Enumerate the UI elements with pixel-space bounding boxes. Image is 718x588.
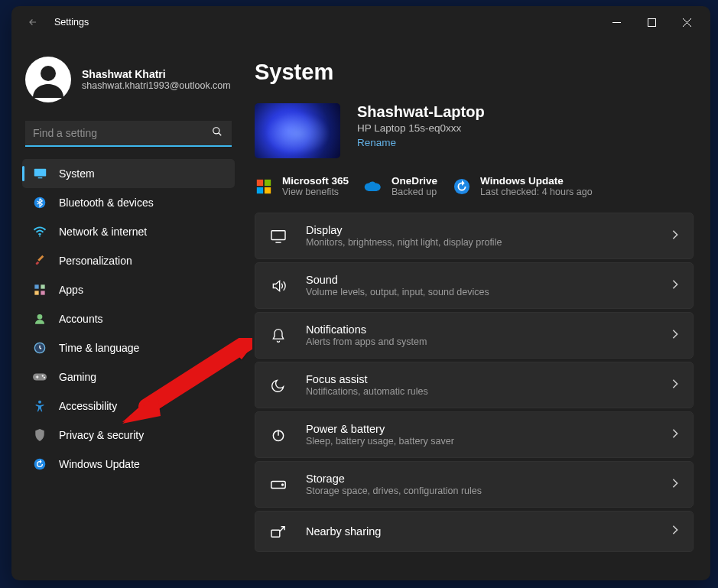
sidebar-item-update[interactable]: Windows Update (22, 450, 235, 479)
accessibility-icon (33, 399, 47, 413)
svg-rect-24 (271, 230, 285, 239)
svg-rect-8 (41, 284, 44, 288)
svg-rect-28 (271, 530, 280, 537)
device-block: Shashwat-Laptop HP Laptop 15s-eq0xxx Ren… (255, 103, 694, 158)
moon-icon (269, 376, 288, 395)
svg-rect-22 (265, 187, 271, 193)
card-sound[interactable]: Sound Volume levels, output, input, soun… (255, 262, 694, 309)
svg-point-15 (42, 375, 44, 376)
close-button[interactable] (669, 10, 704, 34)
monitor-icon (33, 167, 47, 180)
sidebar-item-label: Network & internet (59, 226, 147, 238)
svg-rect-21 (257, 187, 263, 193)
sidebar-item-label: Bluetooth & devices (59, 197, 154, 209)
card-notifications[interactable]: Notifications Alerts from apps and syste… (255, 312, 694, 359)
card-title: Nearby sharing (306, 525, 653, 538)
status-title: Windows Update (480, 175, 593, 187)
sidebar-item-label: System (59, 167, 95, 180)
share-icon (269, 522, 288, 541)
status-title: OneDrive (391, 175, 437, 187)
update-icon (33, 457, 47, 471)
svg-rect-0 (648, 18, 655, 26)
sidebar-item-personalization[interactable]: Personalization (22, 246, 235, 275)
nav: System Bluetooth & devices Network & int… (22, 159, 235, 479)
sidebar-item-accessibility[interactable]: Accessibility (22, 391, 235, 421)
status-sub: Last checked: 4 hours ago (480, 187, 593, 197)
search-input[interactable] (25, 127, 203, 139)
svg-rect-20 (265, 179, 271, 185)
power-icon (269, 426, 288, 444)
status-windows-update[interactable]: Windows Update Last checked: 4 hours ago (453, 175, 593, 197)
status-onedrive[interactable]: OneDrive Backed up (364, 175, 437, 197)
chevron-right-icon (671, 279, 679, 293)
card-title: Notifications (306, 323, 653, 336)
back-button[interactable] (25, 15, 41, 30)
search-icon (203, 126, 232, 140)
card-sub: Storage space, drives, configuration rul… (306, 486, 653, 496)
status-title: Microsoft 365 (282, 175, 349, 187)
chevron-right-icon (671, 525, 679, 538)
sidebar-item-gaming[interactable]: Gaming (22, 362, 235, 391)
sidebar-item-label: Windows Update (59, 458, 140, 470)
microsoft365-icon (255, 177, 273, 196)
card-sub: Alerts from apps and system (306, 336, 653, 347)
sidebar-item-label: Time & language (59, 342, 139, 354)
sidebar-item-label: Accessibility (59, 400, 117, 412)
card-nearby-sharing[interactable]: Nearby sharing (255, 511, 694, 552)
sidebar-item-label: Gaming (59, 371, 96, 383)
svg-rect-19 (257, 179, 263, 185)
sidebar-item-system[interactable]: System (22, 159, 235, 188)
sidebar-item-time-language[interactable]: Time & language (22, 333, 235, 362)
device-name: Shashwat-Laptop (357, 103, 485, 121)
chevron-right-icon (671, 428, 679, 442)
card-display[interactable]: Display Monitors, brightness, night ligh… (255, 213, 694, 259)
svg-point-27 (282, 484, 284, 486)
bell-icon (269, 326, 288, 345)
onedrive-icon (364, 177, 382, 196)
chevron-right-icon (671, 229, 679, 243)
svg-point-11 (37, 314, 43, 320)
rename-link[interactable]: Rename (357, 137, 485, 148)
sidebar-item-bluetooth[interactable]: Bluetooth & devices (22, 188, 235, 217)
settings-cards: Display Monitors, brightness, night ligh… (255, 213, 694, 552)
gamepad-icon (33, 370, 47, 384)
status-sub: View benefits (282, 187, 349, 197)
card-sub: Monitors, brightness, night light, displ… (306, 237, 653, 248)
display-icon (269, 227, 288, 245)
sidebar-item-apps[interactable]: Apps (22, 275, 235, 304)
shield-icon (33, 428, 47, 442)
main-panel: System Shashwat-Laptop HP Laptop 15s-eq0… (241, 38, 710, 580)
sidebar-item-accounts[interactable]: Accounts (22, 304, 235, 333)
svg-point-1 (41, 66, 56, 81)
svg-point-2 (213, 128, 219, 134)
page-title: System (255, 60, 694, 85)
device-model: HP Laptop 15s-eq0xxx (357, 122, 485, 134)
sidebar-item-privacy[interactable]: Privacy & security (22, 421, 235, 450)
sidebar-item-network[interactable]: Network & internet (22, 217, 235, 246)
card-focus-assist[interactable]: Focus assist Notifications, automatic ru… (255, 362, 694, 408)
wifi-icon (33, 225, 47, 239)
sidebar-item-label: Apps (59, 284, 83, 296)
sidebar: Shashwat Khatri shashwat.khatri1993@outl… (11, 38, 241, 580)
svg-point-6 (39, 236, 41, 237)
status-microsoft365[interactable]: Microsoft 365 View benefits (255, 175, 349, 197)
card-title: Focus assist (306, 373, 653, 385)
sidebar-item-label: Personalization (59, 255, 132, 267)
profile-name: Shashwat Khatri (82, 68, 231, 80)
window-title: Settings (54, 17, 89, 28)
search-box[interactable] (25, 121, 232, 147)
minimize-button[interactable] (599, 10, 634, 34)
chevron-right-icon (671, 478, 679, 492)
svg-rect-9 (34, 291, 38, 294)
card-sub: Volume levels, output, input, sound devi… (306, 287, 653, 297)
maximize-button[interactable] (634, 10, 669, 34)
card-power[interactable]: Power & battery Sleep, battery usage, ba… (255, 411, 694, 458)
bluetooth-icon (33, 196, 47, 210)
card-sub: Notifications, automatic rules (306, 386, 653, 397)
profile-block[interactable]: Shashwat Khatri shashwat.khatri1993@outl… (22, 38, 235, 116)
card-storage[interactable]: Storage Storage space, drives, configura… (255, 461, 694, 508)
sound-icon (269, 277, 288, 295)
svg-point-17 (38, 401, 41, 404)
storage-icon (269, 476, 288, 494)
sidebar-item-label: Accounts (59, 313, 103, 325)
